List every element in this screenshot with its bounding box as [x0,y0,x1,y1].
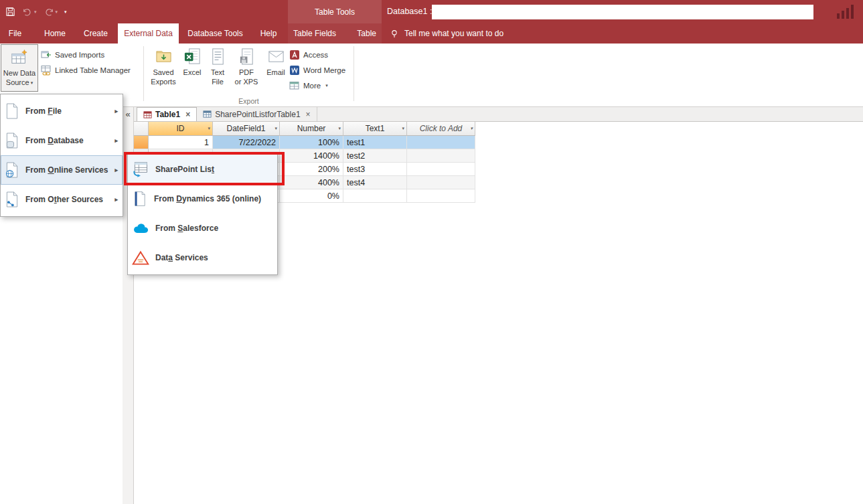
word-merge-button[interactable]: Word Merge [289,64,345,77]
cell-text1[interactable]: test3 [343,163,407,176]
tab-help[interactable]: Help [254,23,283,44]
title-bar: ▾ ▾ ▾ Table Tools Database1 : [0,0,863,23]
menu-item-from-online-services[interactable]: From Online Services ▸ [1,155,123,185]
cell-click-to-add[interactable] [407,189,475,203]
cell-number[interactable]: 400% [280,176,343,189]
column-header-click-to-add[interactable]: Click to Add▾ [407,122,475,136]
document-tab-label: Table1 [155,110,180,119]
import-buttons: Saved Imports Linked Table Manager [41,48,131,77]
redo-button[interactable]: ▾ [44,7,58,17]
column-dropdown-icon[interactable]: ▾ [470,126,473,131]
menu-item-data-services[interactable]: Data Services [128,243,277,272]
new-data-source-menu: From File ▸ From Database ▸ From Online … [0,94,123,217]
undo-icon [22,7,33,17]
undo-button[interactable]: ▾ [22,7,37,17]
cell-click-to-add[interactable] [407,149,475,163]
column-dropdown-icon[interactable]: ▾ [402,126,404,131]
select-all-corner[interactable] [134,122,149,136]
tab-file[interactable]: File [0,23,30,44]
data-services-icon [132,250,149,266]
close-tab-icon[interactable]: × [306,110,311,119]
other-sources-icon [5,191,19,208]
pdf-xps-button[interactable]: PDF or XPS [230,44,262,87]
tell-me-box[interactable]: Tell me what you want to do [390,23,503,44]
globe-icon [5,161,19,179]
column-header-number[interactable]: Number▾ [280,122,343,136]
row-selector[interactable] [134,136,149,149]
cell-number[interactable]: 1400% [280,149,343,163]
cell-click-to-add[interactable] [407,136,475,149]
tell-me-label: Tell me what you want to do [404,29,503,38]
cell-text1[interactable]: test4 [343,176,407,189]
submenu-arrow-icon: ▸ [114,137,118,144]
menu-item-from-file[interactable]: From File ▸ [1,96,123,126]
new-data-source-button[interactable]: New Data Source▾ [1,44,38,92]
document-tab-table1[interactable]: Table1 × [137,107,197,121]
tab-table-fields[interactable]: Table Fields [293,23,336,44]
linked-table-manager-button[interactable]: Linked Table Manager [41,64,131,77]
column-dropdown-icon[interactable]: ▾ [338,126,341,131]
menu-item-from-other-sources[interactable]: From Other Sources ▸ [1,185,123,214]
linked-table-manager-label: Linked Table Manager [55,66,131,74]
access-icon [289,50,300,60]
table-row: 1 7/22/2022 100% test1 [134,136,475,149]
cell-click-to-add[interactable] [407,163,475,176]
save-icon [5,7,15,17]
document-tab-label: SharePointListforTable1 [215,110,300,119]
redo-dropdown-icon[interactable]: ▾ [56,9,58,14]
cell-text1[interactable]: test2 [343,149,407,163]
access-export-button[interactable]: Access [289,48,345,62]
column-dropdown-icon[interactable]: ▾ [208,126,210,131]
menu-item-label: From File [25,106,108,116]
group-separator [354,46,354,101]
saved-imports-button[interactable]: Saved Imports [41,48,131,62]
menu-item-from-salesforce[interactable]: From Salesforce [128,214,277,243]
column-dropdown-icon[interactable]: ▾ [274,126,277,131]
new-data-source-icon [11,49,28,66]
cell-text1[interactable]: test1 [343,136,407,149]
cell-id[interactable]: 1 [149,136,213,149]
more-export-button[interactable]: More ▾ [289,79,345,92]
export-group: Saved Exports Excel Te [144,44,354,106]
menu-item-label: SharePoint List [155,165,273,174]
menu-item-sharepoint-list[interactable]: SharePoint List [128,155,277,184]
cell-click-to-add[interactable] [407,176,475,189]
column-header-text1[interactable]: Text1▾ [343,122,407,136]
cell-number[interactable]: 100% [280,136,343,149]
quick-access-toolbar: ▾ ▾ ▾ [5,0,67,23]
more-label: More [303,82,321,90]
text-file-icon [209,48,227,66]
menu-item-from-database[interactable]: From Database ▸ [1,126,123,155]
collapse-pane-icon[interactable]: « [123,107,133,122]
contextual-tab-group-label: Table Tools [288,0,382,23]
cell-datefield1[interactable]: 7/22/2022 [213,136,280,149]
cell-number[interactable]: 0% [280,189,343,203]
tab-external-data[interactable]: External Data [118,23,179,44]
document-tab-sharepointlistfortable1[interactable]: SharePointListforTable1 × [197,107,317,121]
lightbulb-icon [390,29,399,39]
text-file-button[interactable]: Text File [205,44,230,87]
cell-text1[interactable] [343,189,407,203]
email-button[interactable]: Email [262,44,289,87]
column-header-datefield1[interactable]: DateField1▾ [213,122,280,136]
undo-dropdown-icon[interactable]: ▾ [34,9,37,14]
qat-customize-button[interactable]: ▾ [64,9,67,14]
column-header-id[interactable]: ID▾ [149,122,213,136]
close-tab-icon[interactable]: × [185,110,190,119]
tab-create[interactable]: Create [79,23,112,44]
database-title: Database1 : [387,0,432,23]
excel-icon [183,48,202,66]
save-button[interactable] [5,7,15,17]
tab-home[interactable]: Home [38,23,72,44]
tab-database-tools[interactable]: Database Tools [185,23,246,44]
table-icon [143,110,152,119]
cell-number[interactable]: 200% [280,163,343,176]
excel-button[interactable]: Excel [179,44,205,87]
saved-exports-button[interactable]: Saved Exports [147,44,179,87]
menu-item-label: Data Services [155,253,273,262]
menu-item-from-dynamics-365[interactable]: From Dynamics 365 (online) [128,184,277,214]
titlebar-field[interactable] [432,5,813,19]
saved-imports-label: Saved Imports [55,51,104,59]
pdf-xps-icon [238,48,256,66]
tab-table[interactable]: Table [357,23,376,44]
